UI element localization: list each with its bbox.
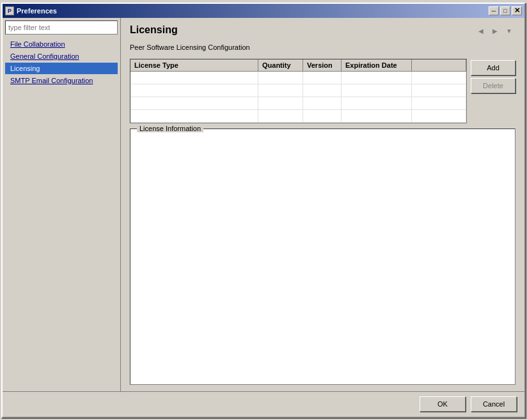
cell-extra [412, 97, 466, 109]
col-header-expiration: Expiration Date [342, 59, 412, 71]
maximize-button[interactable]: □ [500, 6, 510, 15]
ok-button[interactable]: OK [420, 396, 466, 412]
table-row[interactable] [130, 97, 466, 110]
table-row[interactable] [130, 72, 466, 84]
title-bar: P Preferences ─ □ ✕ [3, 4, 524, 18]
cell-license-type [130, 97, 258, 109]
cell-extra [412, 84, 466, 97]
license-info-legend: License Information [137, 125, 203, 132]
sidebar-item-licensing[interactable]: Licensing [5, 63, 118, 74]
content-header: Licensing ◀ ▶ ▼ [130, 24, 515, 38]
cell-version [303, 72, 342, 84]
navigation-bar: ◀ ▶ ▼ [475, 26, 515, 37]
bottom-bar: OK Cancel [3, 391, 524, 417]
cell-quantity [258, 72, 303, 84]
cell-version [303, 110, 342, 122]
cell-license-type [130, 84, 258, 97]
table-row[interactable] [130, 110, 466, 123]
close-button[interactable]: ✕ [512, 6, 522, 15]
page-subtitle: Peer Software Licensing Configuration [130, 43, 515, 51]
window-controls: ─ □ ✕ [489, 6, 522, 15]
cancel-button[interactable]: Cancel [471, 396, 517, 412]
license-table: License Type Quantity Version Expiration… [130, 59, 467, 123]
cell-expiration [342, 84, 412, 97]
license-info-group: License Information [130, 128, 515, 385]
delete-button[interactable]: Delete [471, 78, 515, 93]
table-row[interactable] [130, 84, 466, 97]
window-title: Preferences [17, 7, 489, 15]
cell-quantity [258, 84, 303, 97]
filter-input[interactable] [5, 20, 118, 35]
window-body: File Collaboration General Configuration… [3, 18, 524, 417]
cell-expiration [342, 110, 412, 122]
page-title: Licensing [130, 24, 178, 36]
sidebar-item-general-configuration[interactable]: General Configuration [5, 51, 118, 62]
add-button[interactable]: Add [471, 60, 515, 75]
forward-button[interactable]: ▶ [489, 26, 501, 37]
cell-quantity [258, 110, 303, 122]
cell-expiration [342, 72, 412, 84]
sidebar-item-smtp-email[interactable]: SMTP Email Configuration [5, 75, 118, 86]
cell-extra [412, 72, 466, 84]
col-header-extra [412, 59, 466, 71]
dropdown-button[interactable]: ▼ [503, 26, 515, 37]
cell-quantity [258, 97, 303, 109]
sidebar-item-file-collaboration[interactable]: File Collaboration [5, 38, 118, 50]
preferences-window: P Preferences ─ □ ✕ File Collaboration G… [1, 3, 526, 418]
app-icon: P [5, 6, 14, 15]
table-header: License Type Quantity Version Expiration… [130, 59, 466, 72]
sidebar-items: File Collaboration General Configuration… [5, 38, 118, 86]
cell-version [303, 97, 342, 109]
table-section: License Type Quantity Version Expiration… [130, 59, 515, 123]
cell-license-type [130, 72, 258, 84]
col-header-version: Version [303, 59, 342, 71]
col-header-license-type: License Type [130, 59, 258, 71]
cell-version [303, 84, 342, 97]
cell-expiration [342, 97, 412, 109]
sidebar: File Collaboration General Configuration… [3, 18, 121, 391]
table-rows [130, 72, 466, 123]
table-action-buttons: Add Delete [471, 59, 515, 123]
cell-license-type [130, 110, 258, 122]
main-content: File Collaboration General Configuration… [3, 18, 524, 391]
back-button[interactable]: ◀ [475, 26, 487, 37]
col-header-quantity: Quantity [258, 59, 303, 71]
minimize-button[interactable]: ─ [489, 6, 499, 15]
content-area: Licensing ◀ ▶ ▼ Peer Software Licensing … [121, 18, 524, 391]
cell-extra [412, 110, 466, 122]
